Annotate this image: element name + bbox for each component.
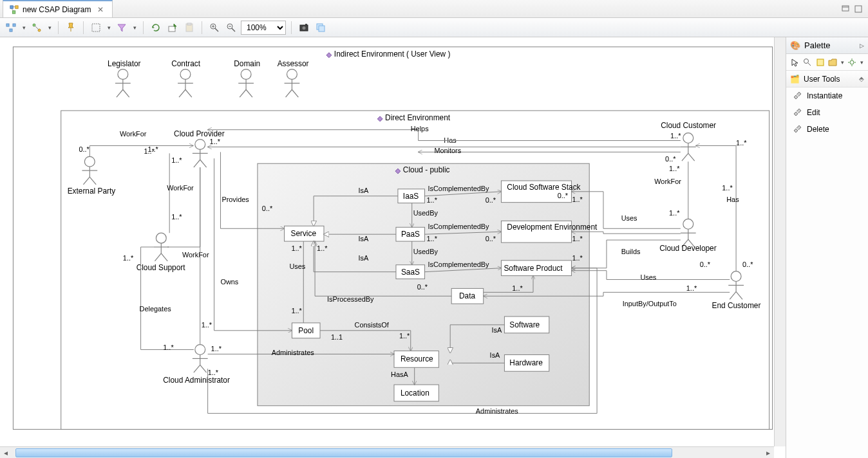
svg-text:IsComplementedBy: IsComplementedBy xyxy=(428,261,490,268)
svg-text:Administrates: Administrates xyxy=(476,407,519,415)
minimize-icon[interactable] xyxy=(841,5,850,14)
svg-text:1..*: 1..* xyxy=(512,284,523,292)
palette: 🎨 Palette ▷ ▾ ▾ 🗂️ User Tools ⬘ Instanti… xyxy=(786,37,868,458)
cursor-icon[interactable] xyxy=(790,55,800,69)
refresh-icon[interactable] xyxy=(149,21,163,35)
svg-text:0..*: 0..* xyxy=(486,196,496,204)
svg-text:Service: Service xyxy=(290,229,316,238)
svg-text:1..*: 1..* xyxy=(427,196,438,204)
svg-text:Uses: Uses xyxy=(289,262,305,270)
arrange-icon[interactable] xyxy=(4,21,18,35)
svg-text:Software: Software xyxy=(509,320,540,329)
svg-text:0..*: 0..* xyxy=(486,235,496,243)
export-icon[interactable] xyxy=(165,21,180,35)
filter-icon[interactable] xyxy=(115,21,129,35)
scrollbar-thumb[interactable] xyxy=(15,448,672,457)
svg-line-22 xyxy=(232,28,235,32)
svg-text:1..*: 1..* xyxy=(291,307,302,315)
toolbar: ▾ ▾ ▾ ▾ 100% xyxy=(0,18,868,37)
svg-text:IsComplementedBy: IsComplementedBy xyxy=(428,223,490,230)
svg-text:1..*: 1..* xyxy=(669,209,680,217)
svg-text:Resource: Resource xyxy=(401,354,433,363)
pin-icon[interactable] xyxy=(64,21,78,35)
svg-text:Cloud - public: Cloud - public xyxy=(403,165,450,174)
svg-text:1..*: 1..* xyxy=(171,213,182,221)
tab[interactable]: new CSAP Diagram ✕ xyxy=(3,0,113,17)
zoom-icon[interactable] xyxy=(802,55,812,69)
layers-icon[interactable] xyxy=(314,21,328,35)
dropdown-icon[interactable]: ▾ xyxy=(840,59,845,66)
user-tools-section[interactable]: 🗂️ User Tools ⬘ xyxy=(786,71,868,87)
chevron-right-icon[interactable]: ▷ xyxy=(860,42,864,49)
snapshot-icon[interactable] xyxy=(297,21,311,35)
horizontal-scrollbar[interactable]: ◂ ▸ xyxy=(0,446,774,458)
svg-text:0..*: 0..* xyxy=(79,145,90,153)
close-icon[interactable]: ✕ xyxy=(95,5,106,14)
svg-text:1..*: 1..* xyxy=(123,254,134,262)
svg-text:Cloud Customer: Cloud Customer xyxy=(661,121,716,130)
svg-text:Delegates: Delegates xyxy=(140,305,172,313)
dropdown-icon[interactable]: ▾ xyxy=(131,24,138,31)
svg-text:0..*: 0..* xyxy=(558,192,569,199)
svg-text:Cloud Support: Cloud Support xyxy=(137,263,186,272)
svg-text:IsA: IsA xyxy=(358,187,368,194)
svg-text:Indirect Environment ( User Vi: Indirect Environment ( User View ) xyxy=(334,50,451,59)
svg-text:Pool: Pool xyxy=(298,326,314,335)
svg-text:Data: Data xyxy=(459,291,475,300)
svg-rect-13 xyxy=(92,24,100,32)
svg-text:WorkFor: WorkFor xyxy=(182,251,209,259)
dropdown-icon[interactable]: ▾ xyxy=(46,24,53,31)
palette-toolbar: ▾ ▾ xyxy=(786,54,868,71)
tool-delete[interactable]: Delete xyxy=(786,121,868,138)
palette-title: Palette xyxy=(804,41,830,50)
zoom-select[interactable]: 100% xyxy=(241,21,286,35)
svg-text:Monitors: Monitors xyxy=(434,147,461,154)
svg-rect-16 xyxy=(187,23,191,25)
svg-text:WorkFor: WorkFor xyxy=(167,184,194,192)
svg-point-25 xyxy=(303,26,306,30)
svg-text:Direct Environment: Direct Environment xyxy=(385,113,451,122)
zoom-out-icon[interactable] xyxy=(224,21,238,35)
svg-rect-2 xyxy=(12,10,15,13)
svg-text:InputBy/OutputTo: InputBy/OutputTo xyxy=(623,300,677,307)
tool-instantiate[interactable]: Instantiate xyxy=(786,87,868,104)
svg-text:UsedBy: UsedBy xyxy=(413,248,439,255)
select-icon[interactable] xyxy=(89,21,103,35)
svg-rect-5 xyxy=(842,6,849,11)
svg-text:Uses: Uses xyxy=(640,273,656,281)
svg-text:IsA: IsA xyxy=(358,235,368,243)
maximize-icon[interactable] xyxy=(854,5,863,14)
routing-icon[interactable] xyxy=(30,21,44,35)
pin-icon[interactable]: ⬘ xyxy=(859,75,864,82)
svg-text:1..*: 1..* xyxy=(317,244,328,252)
hammer-icon xyxy=(793,125,802,134)
dropdown-icon[interactable]: ▾ xyxy=(106,24,112,31)
svg-text:1..*: 1..* xyxy=(427,235,438,243)
svg-text:Domain: Domain xyxy=(234,59,260,68)
scroll-right-icon[interactable]: ▸ xyxy=(762,447,774,459)
gear-icon[interactable] xyxy=(847,55,857,69)
svg-text:1..*: 1..* xyxy=(670,132,681,140)
tool-edit[interactable]: Edit xyxy=(786,104,868,121)
svg-text:IsA: IsA xyxy=(492,326,502,334)
svg-line-18 xyxy=(215,28,218,32)
svg-text:Administrates: Administrates xyxy=(272,349,315,356)
scroll-left-icon[interactable]: ◂ xyxy=(0,447,12,459)
svg-text:1..*: 1..* xyxy=(686,284,697,292)
svg-text:1..*: 1..* xyxy=(210,138,221,145)
vertical-scrollbar[interactable] xyxy=(774,37,786,446)
svg-text:Has: Has xyxy=(726,196,739,203)
zoom-in-icon[interactable] xyxy=(207,21,222,35)
svg-text:External Party: External Party xyxy=(68,187,116,196)
palette-header[interactable]: 🎨 Palette ▷ xyxy=(786,37,868,54)
svg-rect-14 xyxy=(169,26,175,32)
canvas[interactable]: Indirect Environment ( User View ) Legis… xyxy=(0,37,786,458)
svg-text:1..*: 1..* xyxy=(144,147,155,155)
folder-icon[interactable] xyxy=(827,55,837,69)
section-title: User Tools xyxy=(804,75,840,84)
svg-text:Hardware: Hardware xyxy=(509,358,543,367)
note-icon[interactable] xyxy=(815,55,825,69)
dropdown-icon[interactable]: ▾ xyxy=(21,24,27,31)
dropdown-icon[interactable]: ▾ xyxy=(860,59,864,66)
svg-text:1..*: 1..* xyxy=(722,184,733,192)
